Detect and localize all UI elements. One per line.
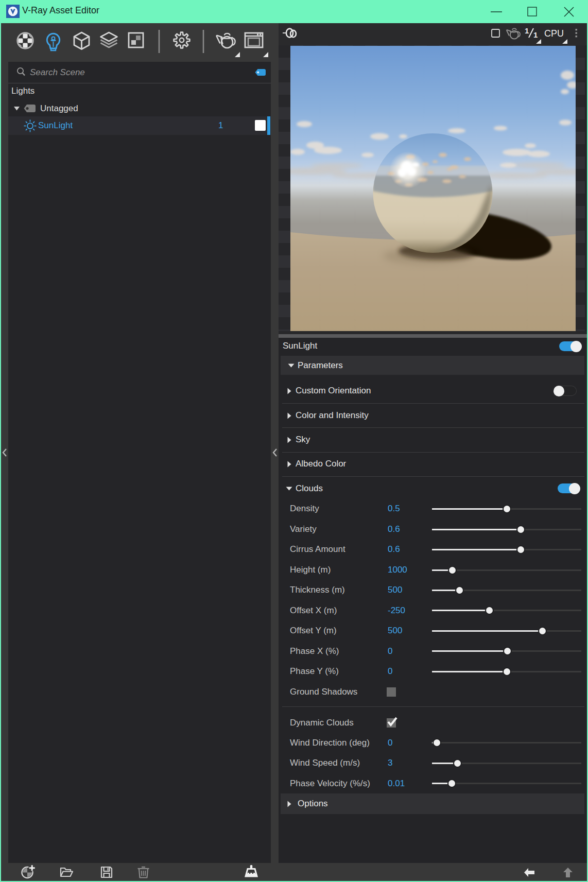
svg-text:1: 1: [525, 26, 529, 35]
svg-text:1: 1: [533, 30, 538, 39]
svg-text:CPU: CPU: [544, 28, 564, 39]
